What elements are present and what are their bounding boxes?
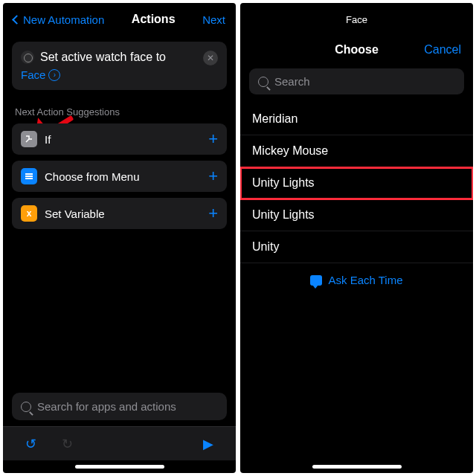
variable-icon: x — [21, 205, 37, 222]
home-indicator[interactable] — [75, 465, 164, 469]
page-title: Actions — [132, 13, 176, 26]
back-button[interactable]: New Automation — [13, 13, 104, 26]
phone-left: New Automation Actions Next Set active w… — [3, 3, 236, 473]
suggestion-if[interactable]: If + — [12, 123, 227, 155]
chat-icon — [310, 275, 322, 286]
suggestion-label: If — [45, 133, 201, 146]
next-button[interactable]: Next — [202, 13, 225, 26]
home-indicator[interactable] — [312, 465, 402, 469]
chevron-left-icon — [12, 15, 22, 25]
face-label: Face — [21, 68, 45, 81]
search-input[interactable]: Search for apps and actions — [12, 393, 227, 420]
search-icon — [258, 77, 268, 87]
sheet-subtitle: Face — [346, 14, 367, 25]
sheet-title: Choose — [335, 43, 379, 57]
redo-button: ↻ — [62, 436, 73, 452]
ask-label: Ask Each Time — [328, 274, 402, 286]
run-button[interactable]: ▶ — [203, 436, 213, 452]
card-title: Set active watch face to — [40, 51, 166, 64]
cancel-button[interactable]: Cancel — [424, 43, 461, 57]
face-list: MeridianMickey MouseUnity LightsUnity Li… — [240, 103, 473, 263]
card-header: Set active watch face to — [21, 51, 218, 64]
sheet-navbar: Choose Cancel — [240, 36, 473, 64]
mini-title-bar: Face — [240, 3, 473, 36]
next-label: Next — [202, 13, 225, 26]
if-icon — [21, 131, 37, 147]
ask-each-time[interactable]: Ask Each Time — [240, 263, 473, 297]
watch-face-icon — [21, 51, 34, 64]
search-input[interactable]: Search — [249, 68, 464, 94]
svg-rect-2 — [25, 178, 33, 179]
svg-rect-1 — [25, 176, 33, 177]
suggestion-label: Set Variable — [45, 208, 201, 220]
svg-rect-0 — [25, 173, 33, 175]
search-placeholder: Search — [274, 75, 310, 88]
suggestion-variable[interactable]: x Set Variable + — [12, 198, 227, 229]
phone-right: Face Choose Cancel Search MeridianMickey… — [240, 3, 473, 473]
search-placeholder: Search for apps and actions — [37, 400, 176, 413]
navbar: New Automation Actions Next — [3, 3, 236, 36]
face-parameter[interactable]: Face › — [21, 68, 218, 81]
add-icon[interactable]: + — [208, 131, 218, 147]
suggestion-menu[interactable]: Choose from Menu + — [12, 161, 227, 192]
add-icon[interactable]: + — [208, 168, 218, 184]
clear-action-button[interactable]: ✕ — [203, 51, 218, 65]
back-label: New Automation — [23, 13, 104, 26]
bottom-area: Search for apps and actions — [3, 393, 236, 426]
list-item[interactable]: Unity — [240, 231, 473, 263]
undo-button[interactable]: ↺ — [25, 436, 36, 452]
list-item[interactable]: Unity Lights — [240, 167, 473, 199]
menu-icon — [21, 168, 37, 184]
action-card[interactable]: Set active watch face to ✕ Face › — [12, 42, 227, 90]
list-item[interactable]: Meridian — [240, 103, 473, 135]
content-area: Set active watch face to ✕ Face › Next A… — [3, 36, 236, 393]
list-item[interactable]: Mickey Mouse — [240, 135, 473, 167]
toolbar: ↺ ↻ ▶ — [3, 426, 236, 460]
add-icon[interactable]: + — [208, 205, 218, 222]
search-icon — [21, 402, 31, 412]
list-item[interactable]: Unity Lights — [240, 199, 473, 231]
chevron-right-icon: › — [48, 69, 60, 81]
section-header: Next Action Suggestions — [15, 106, 224, 118]
suggestion-label: Choose from Menu — [45, 170, 201, 183]
